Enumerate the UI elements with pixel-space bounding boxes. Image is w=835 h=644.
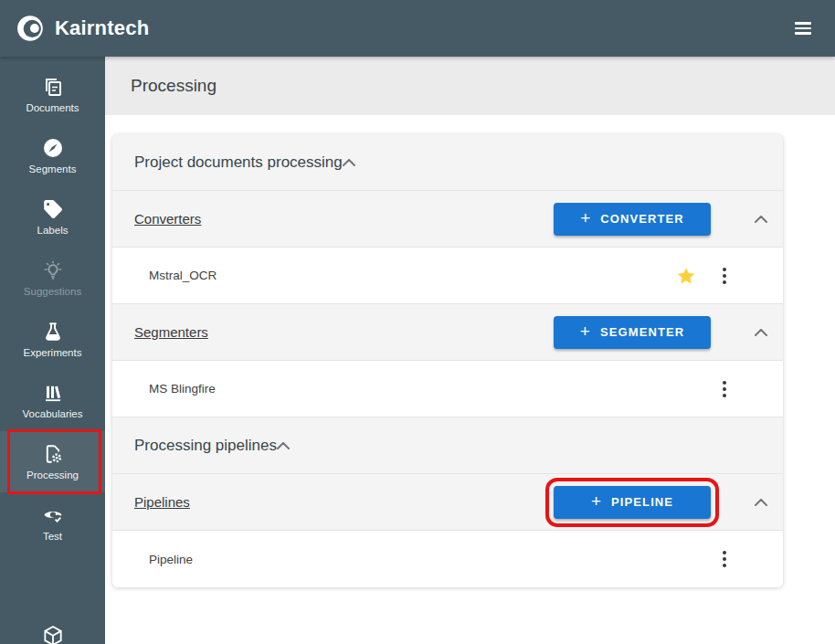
vocabularies-icon — [42, 382, 64, 404]
chevron-up-icon[interactable] — [755, 215, 767, 224]
sidebar-bottom-item[interactable] — [0, 624, 105, 644]
item-name: Pipeline — [149, 553, 193, 566]
add-button-label: SEGMENTER — [600, 325, 684, 339]
add-button-label: CONVERTER — [600, 212, 684, 226]
sidebar-item-suggestions[interactable]: Suggestions — [0, 248, 105, 309]
sidebar-item-processing[interactable]: Processing — [0, 431, 105, 492]
app-header: Kairntech — [0, 0, 835, 57]
converters-link[interactable]: Converters — [134, 211, 201, 227]
item-name: MS Blingfire — [149, 382, 216, 396]
sidebar-item-segments[interactable]: Segments — [0, 125, 105, 186]
kebab-menu-icon[interactable] — [718, 266, 731, 286]
cube-icon — [41, 624, 65, 644]
kebab-menu-icon[interactable] — [718, 549, 731, 569]
segments-icon — [42, 137, 64, 159]
kebab-menu-icon[interactable] — [718, 379, 731, 399]
sidebar-item-test[interactable]: Test — [0, 492, 105, 554]
plus-icon: + — [580, 322, 591, 340]
sidebar-item-label: Vocabularies — [23, 408, 83, 419]
page-title: Processing — [131, 76, 217, 96]
item-row-mstral-ocr[interactable]: Mstral_OCR — [112, 248, 783, 304]
labels-icon — [42, 198, 64, 220]
add-pipeline-button[interactable]: + PIPELINE — [554, 486, 711, 519]
chevron-up-icon[interactable] — [277, 441, 290, 450]
star-icon[interactable] — [676, 266, 696, 286]
add-converter-button[interactable]: + CONVERTER — [554, 203, 711, 236]
main-content: Processing Project documents processing … — [105, 57, 835, 644]
sidebar-item-experiments[interactable]: Experiments — [0, 309, 105, 370]
section-header-project-documents[interactable]: Project documents processing — [112, 134, 783, 191]
plus-icon: + — [591, 492, 602, 510]
section-title: Project documents processing — [134, 153, 343, 172]
sidebar-item-label: Documents — [26, 102, 79, 113]
kairntech-logo — [16, 14, 46, 43]
group-row-pipelines: Pipelines + PIPELINE — [112, 474, 783, 531]
documents-icon — [42, 76, 64, 98]
sidebar-item-label: Segments — [29, 164, 77, 174]
group-row-converters: Converters + CONVERTER — [112, 191, 783, 248]
add-segmenter-button[interactable]: + SEGMENTER — [554, 316, 711, 349]
experiments-icon — [42, 321, 64, 343]
processing-icon — [42, 443, 64, 465]
chevron-up-icon[interactable] — [343, 158, 355, 167]
sidebar-item-label: Suggestions — [24, 286, 81, 297]
item-row-ms-blingfire[interactable]: MS Blingfire — [112, 361, 783, 417]
processing-card: Project documents processing Converters … — [112, 134, 783, 587]
item-row-pipeline[interactable]: Pipeline — [112, 531, 783, 587]
sidebar-item-label: Experiments — [24, 347, 82, 358]
test-icon — [42, 504, 64, 526]
pipelines-link[interactable]: Pipelines — [134, 494, 190, 510]
section-title: Processing pipelines — [134, 437, 277, 455]
sidebar-item-label: Labels — [37, 225, 69, 236]
sidebar-item-label: Test — [43, 531, 62, 542]
plus-icon: + — [580, 209, 591, 227]
add-button-label: PIPELINE — [611, 495, 673, 509]
page-toolbar: Processing — [105, 57, 835, 115]
brand-title: Kairntech — [55, 16, 149, 40]
sidebar-item-label: Processing — [26, 470, 79, 480]
chevron-up-icon[interactable] — [755, 498, 767, 507]
segmenters-link[interactable]: Segmenters — [134, 324, 208, 340]
hamburger-icon[interactable] — [791, 18, 815, 37]
section-header-processing-pipelines[interactable]: Processing pipelines — [112, 417, 783, 474]
sidebar-item-documents[interactable]: Documents — [0, 64, 105, 125]
chevron-up-icon[interactable] — [755, 328, 767, 337]
sidebar-item-labels[interactable]: Labels — [0, 186, 105, 248]
group-row-segmenters: Segmenters + SEGMENTER — [112, 304, 783, 361]
app-window: Kairntech Documents Segments La — [0, 0, 835, 644]
suggestions-icon — [42, 259, 64, 281]
item-name: Mstral_OCR — [149, 269, 217, 282]
sidebar-nav: Documents Segments Labels Suggestions — [0, 57, 105, 644]
sidebar-item-vocabularies[interactable]: Vocabularies — [0, 370, 105, 431]
